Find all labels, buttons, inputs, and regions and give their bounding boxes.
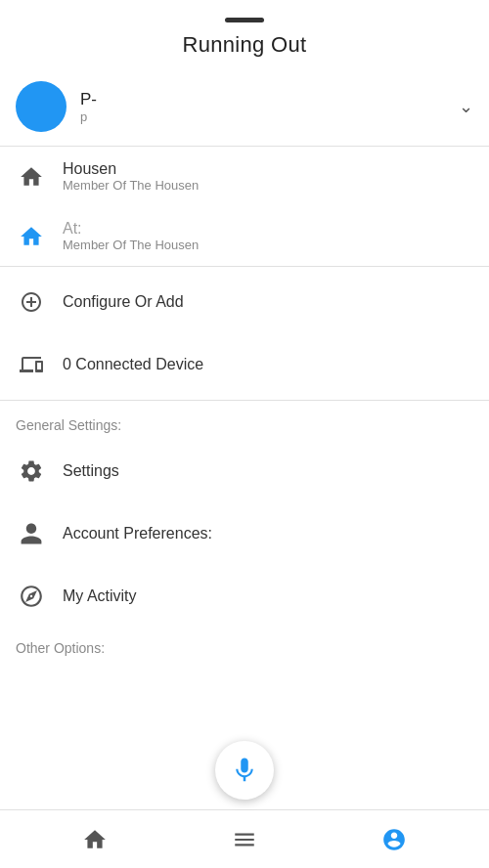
person-icon bbox=[16, 518, 47, 549]
house-info-2: At: Member Of The Housen bbox=[63, 220, 473, 252]
connected-device-label: 0 Connected Device bbox=[63, 356, 203, 373]
house-item-1[interactable]: Housen Member Of The Housen bbox=[0, 147, 489, 206]
configure-label: Configure Or Add bbox=[63, 293, 184, 311]
connected-device-item[interactable]: 0 Connected Device bbox=[0, 333, 489, 396]
house-role-1: Member Of The Housen bbox=[63, 178, 473, 193]
general-settings-title: General Settings: bbox=[16, 417, 121, 433]
page-title: Running Out bbox=[183, 32, 307, 57]
compass-icon bbox=[16, 581, 47, 612]
house-item-2[interactable]: At: Member Of The Housen bbox=[0, 206, 489, 266]
house-name-2: At: bbox=[63, 220, 473, 238]
home-icon-2 bbox=[16, 221, 47, 252]
house-info-1: Housen Member Of The Housen bbox=[63, 160, 473, 193]
menu-section: Configure Or Add 0 Connected Device bbox=[0, 267, 489, 401]
my-activity-label: My Activity bbox=[63, 587, 137, 605]
gear-icon bbox=[16, 456, 47, 487]
account-info: P- p bbox=[80, 90, 451, 124]
general-settings-header: General Settings: bbox=[0, 401, 489, 440]
my-activity-item[interactable]: My Activity bbox=[0, 565, 489, 628]
general-settings-section: Settings Account Preferences: My Activit… bbox=[0, 440, 489, 628]
other-options-title: Other Options: bbox=[16, 640, 105, 656]
configure-icon bbox=[16, 286, 47, 318]
account-sub: p bbox=[80, 109, 451, 124]
house-role-2: Member Of The Housen bbox=[63, 238, 473, 252]
house-name-1: Housen bbox=[63, 160, 473, 178]
chevron-down-icon[interactable]: ⌄ bbox=[459, 96, 473, 117]
account-preferences-label: Account Preferences: bbox=[63, 525, 212, 542]
home-icon-1 bbox=[16, 161, 47, 193]
mic-fab[interactable] bbox=[215, 741, 274, 800]
configure-add-item[interactable]: Configure Or Add bbox=[0, 271, 489, 333]
other-options-header: Other Options: bbox=[0, 628, 489, 663]
device-icon bbox=[16, 349, 47, 380]
header: Running Out bbox=[0, 0, 489, 67]
account-name: P- bbox=[80, 90, 451, 109]
account-section[interactable]: P- p ⌄ bbox=[0, 67, 489, 147]
toolbar-home-button[interactable] bbox=[70, 815, 119, 864]
settings-item[interactable]: Settings bbox=[0, 440, 489, 502]
toolbar-account-button[interactable] bbox=[370, 815, 419, 864]
toolbar-menu-button[interactable] bbox=[220, 815, 269, 864]
drag-handle bbox=[225, 18, 264, 22]
house-section: Housen Member Of The Housen At: Member O… bbox=[0, 147, 489, 267]
settings-label: Settings bbox=[63, 462, 119, 480]
bottom-toolbar bbox=[0, 809, 489, 868]
account-preferences-item[interactable]: Account Preferences: bbox=[0, 502, 489, 565]
avatar bbox=[16, 81, 67, 132]
